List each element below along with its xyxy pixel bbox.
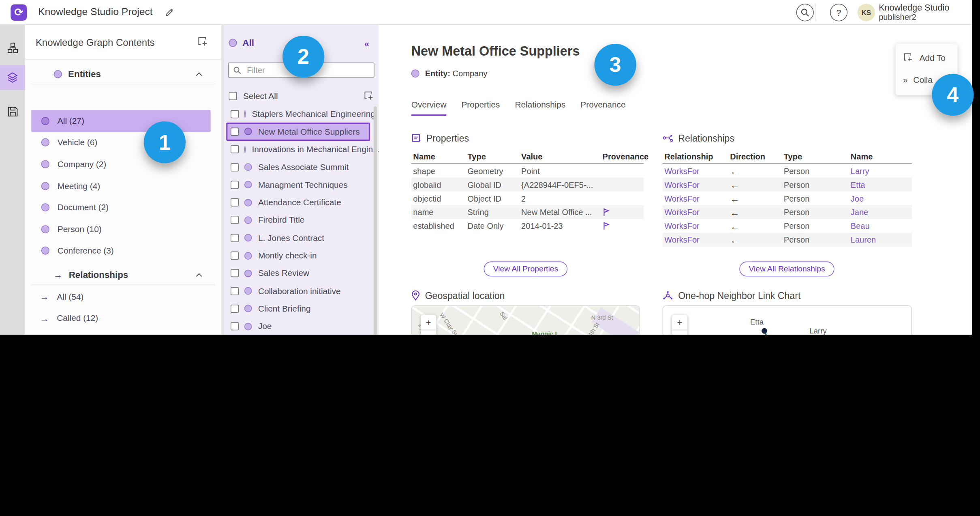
list-item[interactable]: L. Jones Contract [226, 229, 370, 247]
sidebar-item-entities-all[interactable]: All (27) [31, 110, 211, 131]
user-name: Knowledge Studio [879, 2, 949, 13]
map-zoom-control: + − [421, 315, 437, 335]
table-row[interactable]: WorksFor←PersonJoe [663, 191, 912, 205]
relationship-arrow-icon: → [40, 292, 49, 302]
node-etta[interactable] [762, 328, 767, 334]
svg-text:Maggie L.: Maggie L. [532, 330, 561, 335]
user-menu[interactable]: Knowledge Studio publisher2 [879, 2, 949, 22]
avatar[interactable]: KS [858, 4, 875, 21]
entity-value: Company [453, 69, 488, 78]
table-row[interactable]: WorksFor←PersonLarry [663, 164, 912, 178]
map-heading: Geospatial location [425, 290, 505, 301]
provenance-flag-icon[interactable] [603, 208, 610, 217]
chevron-up-icon [196, 273, 203, 277]
collapse-panel-button[interactable]: « [364, 39, 369, 49]
add-to-new-button[interactable] [197, 36, 208, 47]
zoom-in-button[interactable]: + [421, 315, 437, 331]
link-chart-card[interactable]: Etta Larry Joe Lauren Jane Beau New Meta… [663, 305, 912, 335]
table-header: RelationshipDirectionTypeName [663, 150, 912, 164]
add-box-icon [197, 36, 208, 47]
screen-edge-right [972, 0, 980, 335]
map-card[interactable]: k Rd Sal W Clay St Marshall St W Marshal… [411, 305, 640, 335]
menu-item-add-to[interactable]: Add To [903, 53, 946, 63]
table-row[interactable]: establishedDate Only2014-01-23 [411, 219, 644, 233]
list-item[interactable]: Innovations in Mechanical Engin... [226, 140, 370, 158]
sidebar-item-conference[interactable]: Conference (3) [31, 240, 211, 262]
zoom-in-button[interactable]: + [672, 315, 688, 331]
view-all-relationships-button[interactable]: View All Relationships [739, 262, 834, 277]
layers-icon [7, 72, 18, 83]
entity-circle-icon [54, 70, 62, 78]
top-bar: ⟳ Knowledge Studio Project ? KS Knowledg… [0, 0, 980, 25]
relationships-group-header[interactable]: → Relationships [54, 263, 216, 286]
entity-label: Entity: [425, 69, 450, 78]
search-button[interactable] [796, 4, 814, 21]
list-item[interactable]: Client Briefing [226, 300, 370, 318]
relationship-arrow-icon: → [54, 270, 63, 280]
list-item[interactable]: Attendance Certificate [226, 194, 370, 211]
list-item[interactable]: Collaboration initiative [226, 282, 370, 300]
view-all-properties-button[interactable]: View All Properties [484, 262, 568, 277]
zoom-out-button[interactable]: − [672, 330, 688, 335]
tab-properties[interactable]: Properties [461, 100, 500, 116]
contents-panel-header: Knowledge Graph Contents ✕ [25, 25, 221, 60]
properties-table: NameTypeValueProvenance shapeGeometryPoi… [411, 150, 644, 233]
svg-text:Larry: Larry [810, 327, 827, 335]
table-row[interactable]: WorksFor←PersonBeau [663, 219, 912, 233]
list-item[interactable]: Sales Associate Summit [226, 158, 370, 176]
entity-circle-icon [41, 182, 49, 190]
table-row[interactable]: objectidObject ID2 [411, 191, 644, 205]
list-item[interactable]: Staplers Mechanical Engineering [226, 105, 370, 123]
sidebar-item-document[interactable]: Document (2) [31, 197, 211, 218]
sidebar-item-called[interactable]: →Called (12) [31, 307, 211, 329]
rail-contents-button[interactable] [0, 65, 25, 90]
tab-relationships[interactable]: Relationships [515, 100, 565, 116]
entity-circle-icon [41, 225, 49, 233]
rail-save-button[interactable] [0, 99, 25, 124]
svg-text:N 3rd St: N 3rd St [591, 314, 613, 321]
sidebar-item-hasvehicle[interactable]: →HasVehicle (7) [31, 329, 211, 335]
select-all-row[interactable]: Select All [229, 89, 374, 103]
chevrons-right-icon: » [903, 75, 907, 84]
list-item[interactable]: Sales Review [226, 264, 370, 282]
sidebar-item-company[interactable]: Company (2) [31, 153, 211, 175]
help-button[interactable]: ? [830, 4, 847, 21]
callout-badge-1: 1 [144, 121, 186, 163]
list-item-selected[interactable]: New Metal Office Suppliers [226, 123, 370, 141]
table-row[interactable]: WorksFor←PersonEtta [663, 178, 912, 191]
zoom-out-button[interactable]: − [421, 330, 437, 335]
relationships-group-label: Relationships [69, 270, 128, 280]
app-logo-icon[interactable]: ⟳ [11, 4, 27, 21]
app-window: ⟳ Knowledge Studio Project ? KS Knowledg… [0, 0, 980, 335]
sidebar-item-rel-all[interactable]: →All (54) [31, 286, 211, 307]
sidebar-item-meeting[interactable]: Meeting (4) [31, 175, 211, 196]
edit-title-icon[interactable] [165, 7, 174, 16]
select-all-checkbox[interactable] [229, 92, 237, 100]
left-rail: » [0, 25, 25, 335]
provenance-flag-icon[interactable] [603, 221, 610, 230]
add-box-icon[interactable] [364, 91, 374, 101]
entities-group-label: Entities [68, 69, 101, 79]
sidebar-item-person[interactable]: Person (10) [31, 218, 211, 240]
chevrons-left-icon: « [364, 39, 369, 49]
table-row[interactable]: shapeGeometryPoint [411, 164, 644, 178]
tab-overview[interactable]: Overview [411, 100, 447, 116]
list-item[interactable]: Joe [226, 318, 370, 335]
question-icon: ? [836, 8, 841, 18]
scrollbar[interactable] [374, 106, 377, 335]
list-item[interactable]: Firebird Title [226, 211, 370, 229]
entity-circle-icon [41, 117, 49, 125]
entities-group-header[interactable]: Entities [54, 62, 216, 85]
table-row[interactable]: globalidGlobal ID{A228944F-0EF5-... [411, 178, 644, 191]
tab-provenance[interactable]: Provenance [580, 100, 625, 116]
entity-circle-icon [229, 39, 237, 47]
map-pin-icon [411, 290, 420, 301]
menu-item-collapse[interactable]: » Colla [903, 75, 932, 84]
rail-link-chart-button[interactable] [0, 35, 25, 60]
entity-circle-icon [41, 247, 49, 255]
list-item[interactable]: Managment Techniques [226, 176, 370, 194]
table-row[interactable]: WorksFor←PersonJane [663, 205, 912, 219]
table-row[interactable]: nameStringNew Metal Office ... [411, 205, 644, 219]
table-row[interactable]: WorksFor←PersonLauren [663, 233, 912, 247]
list-item[interactable]: Montly check-in [226, 247, 370, 264]
